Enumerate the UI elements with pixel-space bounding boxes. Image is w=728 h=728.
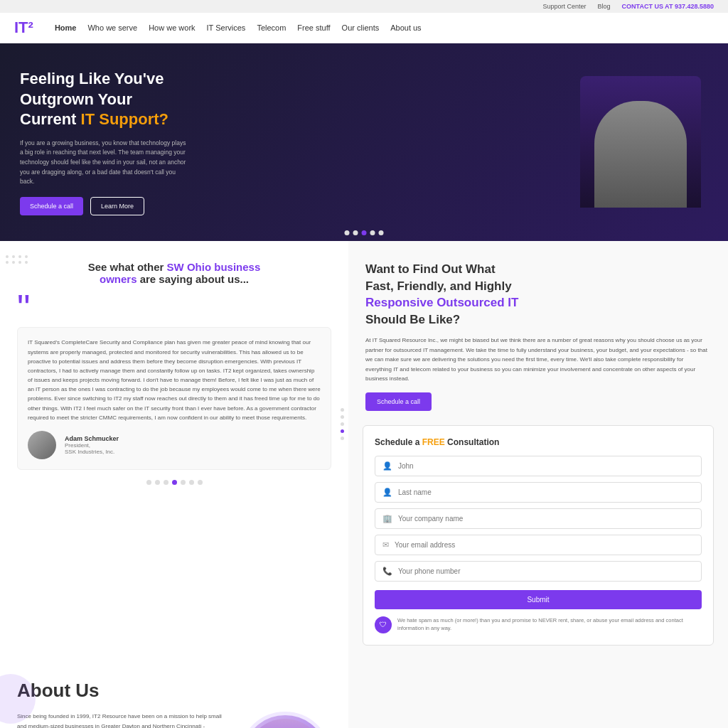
form-submit-btn[interactable]: Submit	[375, 590, 702, 609]
shield-icon: 🛡	[375, 616, 392, 633]
hero-section: Feeling Like You'veOutgrown YourCurrent …	[0, 43, 728, 241]
author-company: SSK Industries, Inc.	[65, 449, 119, 455]
side-dot-5[interactable]	[341, 437, 344, 440]
hero-title: Feeling Like You'veOutgrown YourCurrent …	[20, 69, 566, 130]
hero-dot-3[interactable]	[362, 230, 367, 235]
company-field[interactable]: 🏢	[375, 508, 702, 529]
test-header: See what other SW Ohio businessowners ar…	[17, 261, 331, 285]
about-section: About Us Since being founded in 1999, IT…	[0, 660, 728, 728]
testimonials-section: See what other SW Ohio businessowners ar…	[0, 241, 348, 660]
contact-link[interactable]: CONTACT US AT 937.428.5880	[622, 3, 714, 10]
first-name-input[interactable]	[398, 462, 694, 470]
deco-dots-left	[6, 255, 28, 264]
hero-left: Feeling Like You'veOutgrown YourCurrent …	[20, 69, 566, 215]
main-nav: IT² Home Who we serve How we work IT Ser…	[0, 13, 728, 43]
test-dot-7[interactable]	[198, 480, 203, 485]
privacy-notice: 🛡 We hate spam as much (or more!) than y…	[375, 616, 702, 633]
author-title: President,	[65, 442, 119, 449]
side-nav-right	[341, 408, 344, 440]
hero-dot-1[interactable]	[345, 230, 350, 235]
about-content: About Us Since being founded in 1999, IT…	[0, 660, 348, 728]
email-icon: ✉	[382, 540, 389, 550]
test-dot-3[interactable]	[164, 480, 168, 485]
hero-carousel-dots	[345, 230, 384, 235]
testimonial-text: IT Squared's CompleteCare Security and C…	[28, 338, 321, 422]
nav-about-us[interactable]: About us	[390, 23, 421, 32]
author-name: Adam Schmucker	[65, 435, 119, 442]
person-icon: 👤	[382, 461, 392, 471]
support-center-link[interactable]: Support Center	[543, 3, 587, 10]
author-avatar	[28, 431, 56, 459]
email-input[interactable]	[395, 541, 694, 549]
site-logo: IT²	[14, 18, 33, 37]
hero-image-area	[566, 69, 708, 215]
test-dot-2[interactable]	[155, 480, 160, 485]
form-title: Schedule a FREE Consultation	[375, 437, 702, 447]
hero-body: If you are a growing business, you know …	[20, 139, 191, 187]
test-dot-6[interactable]	[189, 480, 194, 485]
last-name-field[interactable]: 👤	[375, 482, 702, 503]
right-hero-content: Want to Find Out WhatFast, Friendly, and…	[348, 241, 728, 425]
hero-cta-secondary[interactable]: Learn More	[90, 197, 144, 215]
nav-our-clients[interactable]: Our clients	[342, 23, 380, 32]
consultation-form: Schedule a FREE Consultation 👤 👤 🏢 ✉	[363, 425, 714, 646]
right-hero-cta[interactable]: Schedule a call	[365, 392, 432, 411]
hero-person-bg	[580, 76, 701, 208]
nav-it-services[interactable]: IT Services	[207, 23, 246, 32]
right-hero-body: At IT Squared Resource Inc., we might be…	[365, 336, 711, 384]
phone-input[interactable]	[398, 567, 694, 575]
side-dot-1[interactable]	[341, 408, 344, 412]
right-hero-section: Want to Find Out WhatFast, Friendly, and…	[348, 241, 728, 660]
side-dot-2[interactable]	[341, 415, 344, 419]
person-icon-2: 👤	[382, 488, 392, 497]
email-field[interactable]: ✉	[375, 535, 702, 555]
hero-dot-4[interactable]	[370, 230, 375, 235]
side-dot-3[interactable]	[341, 422, 344, 426]
nav-who-we-serve[interactable]: Who we serve	[87, 23, 137, 32]
blog-link[interactable]: Blog	[598, 3, 611, 10]
test-dot-1[interactable]	[146, 480, 151, 485]
quote-mark: "	[17, 294, 331, 323]
first-name-field[interactable]: 👤	[375, 456, 702, 476]
top-bar: Support Center Blog CONTACT US AT 937.42…	[0, 0, 728, 13]
author-info: Adam Schmucker President, SSK Industries…	[65, 435, 119, 455]
company-input[interactable]	[398, 515, 694, 523]
test-dot-5[interactable]	[181, 480, 186, 485]
right-hero-title: Want to Find Out WhatFast, Friendly, and…	[365, 261, 711, 328]
hero-dot-5[interactable]	[379, 230, 384, 235]
about-right-panel	[348, 660, 728, 728]
nav-home[interactable]: Home	[55, 23, 77, 32]
test-dot-4[interactable]	[172, 480, 177, 485]
testimonial-dots	[17, 480, 331, 485]
side-dot-4[interactable]	[341, 429, 344, 433]
building-icon: 🏢	[382, 514, 392, 523]
nav-free-stuff[interactable]: Free stuff	[297, 23, 330, 32]
hero-dot-2[interactable]	[353, 230, 358, 235]
phone-icon: 📞	[382, 567, 392, 576]
about-title: About Us	[17, 680, 331, 702]
last-name-input[interactable]	[398, 488, 694, 496]
phone-field[interactable]: 📞	[375, 561, 702, 582]
nav-links: Home Who we serve How we work IT Service…	[55, 23, 422, 32]
nav-how-we-work[interactable]: How we work	[149, 23, 195, 32]
privacy-text: We hate spam as much (or more!) than you…	[397, 616, 702, 633]
section-testimonials-hero: See what other SW Ohio businessowners ar…	[0, 241, 728, 660]
testimonial-card: IT Squared's CompleteCare Security and C…	[17, 327, 331, 470]
about-person-circle	[246, 719, 324, 728]
testimonials-header: See what other SW Ohio businessowners ar…	[17, 261, 331, 285]
hero-cta-primary[interactable]: Schedule a call	[20, 197, 83, 215]
testimonial-author: Adam Schmucker President, SSK Industries…	[28, 431, 321, 459]
hero-buttons: Schedule a call Learn More	[20, 197, 566, 215]
nav-telecom[interactable]: Telecom	[257, 23, 286, 32]
